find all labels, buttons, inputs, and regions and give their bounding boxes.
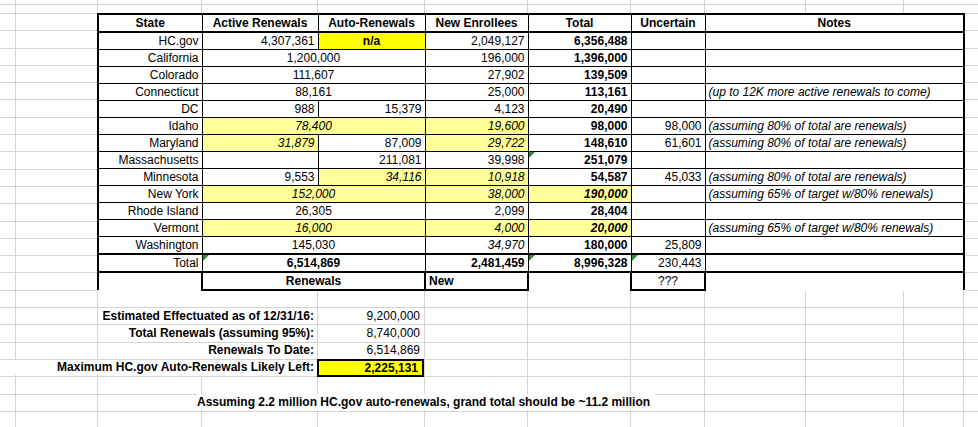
cell-state[interactable]: Washington [98,237,202,255]
cell-total[interactable]: 148,610 [528,135,631,152]
cell-uncertain[interactable]: 98,000 [631,118,705,135]
cell-total[interactable]: 113,161 [528,84,631,101]
summary-label-total-renewals[interactable]: Total Renewals (assuming 95%): [77,325,317,342]
cell-total[interactable]: 190,000 [528,186,631,203]
header-total[interactable]: Total [528,14,631,32]
summary-value-renewals-to-date[interactable]: 6,514,869 [320,342,422,359]
cell-state[interactable]: Minnesota [98,169,202,186]
cell-state[interactable]: HC.gov [98,32,202,50]
cell-renewals-merged[interactable]: 16,000 [202,220,425,237]
cell-uncertain[interactable]: 230,443 [631,254,705,272]
cell-new-enrollees[interactable]: 38,000 [425,186,528,203]
cell-notes[interactable]: (assuming 65% of target w/80% renewals) [705,220,964,237]
cell-renewals-merged[interactable]: 111,607 [202,67,425,84]
grand-total-note[interactable]: Assuming 2.2 million HC.gov auto-renewal… [197,394,655,410]
cell-auto-renewals[interactable]: 34,116 [318,169,425,186]
cell-notes[interactable] [705,67,964,84]
cell-renewals-merged[interactable]: 26,305 [202,203,425,220]
cell-state[interactable]: New York [98,186,202,203]
cell-notes[interactable]: (assuming 80% of total are renewals) [705,135,964,152]
cell-total[interactable]: 180,000 [528,237,631,255]
cell-uncertain[interactable] [631,220,705,237]
cell-notes[interactable] [705,237,964,255]
cell-notes[interactable] [705,50,964,67]
cell-notes[interactable] [705,152,964,169]
cell-total[interactable]: 20,490 [528,101,631,118]
cell-notes[interactable]: (assuming 80% of total are renewals) [705,169,964,186]
cell-new-enrollees[interactable]: 27,902 [425,67,528,84]
cell-uncertain[interactable] [631,50,705,67]
cell-uncertain[interactable] [631,152,705,169]
cell-state[interactable]: Total [98,254,202,272]
cell-total[interactable]: 98,000 [528,118,631,135]
cell-state[interactable]: Rhode Island [98,203,202,220]
cell-new-enrollees[interactable]: 39,998 [425,152,528,169]
cell-new-enrollees[interactable]: 25,000 [425,84,528,101]
summary-label-effectuated[interactable]: Estimated Effectuated as of 12/31/16: [77,308,317,325]
cell-state[interactable]: Massachusetts [98,152,202,169]
cell-renewals-merged[interactable]: 145,030 [202,237,425,255]
cell-state[interactable]: Connecticut [98,84,202,101]
header-auto-renewals[interactable]: Auto-Renewals [318,14,425,32]
cell-notes[interactable]: (assuming 80% of total are renewals) [705,118,964,135]
cell-auto-renewals[interactable]: 15,379 [318,101,425,118]
header-notes[interactable]: Notes [705,14,964,32]
cell-total[interactable]: 20,000 [528,220,631,237]
cell-footer-gap[interactable] [528,272,631,290]
cell-total[interactable]: 251,079 [528,152,631,169]
cell-active-renewals[interactable]: 31,879 [202,135,318,152]
cell-renewals-merged[interactable]: 1,200,000 [202,50,425,67]
cell-total[interactable]: 54,587 [528,169,631,186]
cell-new-enrollees[interactable]: 4,000 [425,220,528,237]
cell-uncertain[interactable] [631,186,705,203]
cell-total[interactable]: 6,356,488 [528,32,631,50]
cell-uncertain[interactable]: 61,601 [631,135,705,152]
cell-new-enrollees[interactable]: 2,099 [425,203,528,220]
cell-notes[interactable] [705,101,964,118]
cell-state[interactable]: Maryland [98,135,202,152]
header-state[interactable]: State [98,14,202,32]
cell-renewals-merged[interactable]: 78,400 [202,118,425,135]
summary-label-max-auto-renewals[interactable]: Maximum HC.gov Auto-Renewals Likely Left… [5,360,317,375]
summary-value-effectuated[interactable]: 9,200,000 [320,308,422,325]
cell-uncertain[interactable]: 25,809 [631,237,705,255]
cell-notes[interactable] [705,203,964,220]
cell-active-renewals[interactable]: 4,307,361 [202,32,318,50]
cell-auto-renewals[interactable]: 211,081 [318,152,425,169]
cell-footer-new[interactable]: New [425,272,528,290]
summary-value-total-renewals[interactable]: 8,740,000 [320,325,422,342]
cell-uncertain[interactable] [631,32,705,50]
cell-uncertain[interactable] [631,67,705,84]
cell-total[interactable]: 28,404 [528,203,631,220]
cell-auto-renewals[interactable]: 87,009 [318,135,425,152]
cell-new-enrollees[interactable]: 196,000 [425,50,528,67]
summary-value-max-auto-renewals-highlighted[interactable]: 2,225,131 [317,359,424,377]
cell-uncertain[interactable] [631,84,705,101]
cell-new-enrollees[interactable]: 4,123 [425,101,528,118]
cell-uncertain[interactable]: 45,033 [631,169,705,186]
cell-state[interactable]: Idaho [98,118,202,135]
cell-notes[interactable]: (up to 12K more active renewals to come) [705,84,964,101]
cell-uncertain[interactable] [631,203,705,220]
cell-total[interactable]: 139,509 [528,67,631,84]
cell-renewals-merged[interactable]: 152,000 [202,186,425,203]
header-uncertain[interactable]: Uncertain [631,14,705,32]
cell-new-enrollees[interactable]: 10,918 [425,169,528,186]
cell-auto-renewals[interactable]: n/a [318,32,425,50]
cell-renewals-merged[interactable]: 6,514,869 [202,254,425,272]
cell-state[interactable]: California [98,50,202,67]
cell-footer-blank[interactable] [705,272,964,290]
cell-footer-renewals[interactable]: Renewals [202,272,425,290]
cell-active-renewals[interactable]: 988 [202,101,318,118]
cell-new-enrollees[interactable]: 34,970 [425,237,528,255]
cell-new-enrollees[interactable]: 2,049,127 [425,32,528,50]
header-new-enrollees[interactable]: New Enrollees [425,14,528,32]
cell-notes[interactable] [705,32,964,50]
cell-active-renewals[interactable] [202,152,318,169]
cell-active-renewals[interactable]: 9,553 [202,169,318,186]
cell-state[interactable]: Colorado [98,67,202,84]
cell-total[interactable]: 8,996,328 [528,254,631,272]
cell-total[interactable]: 1,396,000 [528,50,631,67]
cell-footer-blank[interactable] [98,272,202,290]
cell-notes[interactable]: (assuming 65% of target w/80% renewals) [705,186,964,203]
